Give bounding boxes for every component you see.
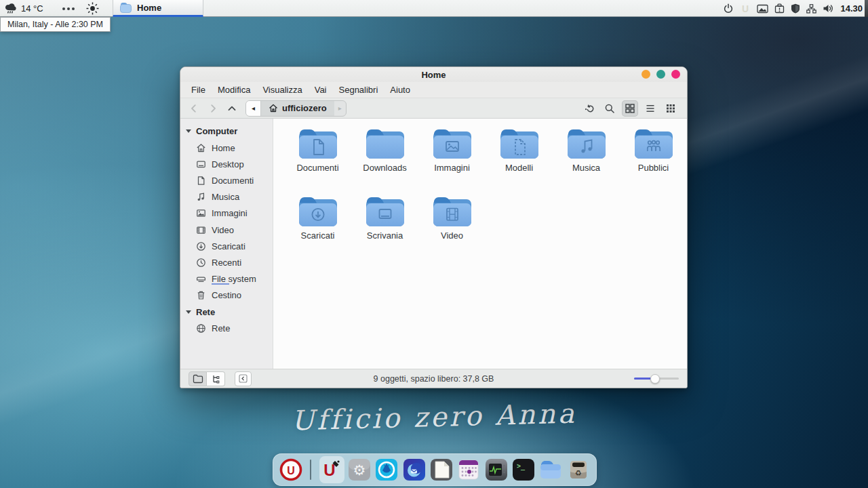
folder-item-pubblici[interactable]: Pubblici: [620, 128, 687, 173]
breadcrumb-home-segment[interactable]: ufficiozero: [261, 101, 334, 116]
show-desktop-button[interactable]: [865, 0, 868, 17]
taskbar-item-home[interactable]: Home: [113, 0, 203, 17]
shield-icon[interactable]: [791, 3, 800, 14]
toolbar: ◂ ufficiozero ▸: [180, 98, 687, 119]
power-icon[interactable]: [723, 3, 734, 14]
svg-text:U: U: [742, 3, 749, 14]
menubar: File Modifica Visualizza Vai Segnalibri …: [180, 82, 687, 98]
menu-go[interactable]: Vai: [309, 85, 333, 95]
folder-name: Documenti: [296, 163, 338, 173]
window-controls: [642, 70, 680, 79]
sidebar-item-recent[interactable]: Recenti: [180, 254, 273, 270]
sidebar-item-pictures[interactable]: Immagini: [180, 205, 273, 222]
sidebar-section-network[interactable]: Rete: [180, 304, 273, 321]
folder-item-modelli[interactable]: Modelli: [486, 128, 553, 173]
back-button[interactable]: [189, 103, 199, 114]
folder-document-icon: [298, 128, 338, 159]
weather-temp: 14 °C: [21, 3, 43, 14]
sidebar-item-label: Immagini: [212, 208, 248, 218]
zoom-slider[interactable]: [634, 374, 679, 384]
sidebar-item-label: Video: [212, 225, 234, 235]
folder-image-icon: [433, 128, 472, 159]
sidebar-item-desktop[interactable]: Desktop: [180, 156, 273, 172]
storm-cloud-icon: [5, 3, 18, 14]
forward-button[interactable]: [208, 103, 218, 114]
folder-item-downloads[interactable]: Downloads: [351, 128, 418, 173]
sidebar-item-label: Recenti: [212, 258, 241, 268]
folder-name: Video: [441, 230, 463, 241]
volume-icon[interactable]: [823, 3, 834, 14]
menu-bookmarks[interactable]: Segnalibri: [333, 85, 384, 95]
clock[interactable]: 14.30: [840, 3, 863, 14]
sidebar-item-label: Scaricati: [212, 241, 245, 251]
menu-help[interactable]: Aiuto: [384, 85, 416, 95]
uzl-office-icon[interactable]: U: [319, 456, 344, 483]
status-text: 9 oggetti, spazio libero: 37,8 GB: [180, 374, 687, 384]
zoom-slider-handle[interactable]: [650, 374, 660, 384]
calendar-icon[interactable]: [456, 456, 481, 483]
ufficiozero-tray-icon[interactable]: U: [740, 3, 751, 14]
menu-view[interactable]: Visualizza: [256, 85, 308, 95]
folder-item-video[interactable]: Video: [418, 196, 486, 241]
sidebar-item-home[interactable]: Home: [180, 140, 273, 156]
folder-item-musica[interactable]: Musica: [553, 128, 620, 173]
folder-item-scrivania[interactable]: Scrivania: [351, 196, 418, 241]
reload-button[interactable]: [581, 100, 597, 117]
image-icon: [196, 208, 206, 218]
compact-view-button[interactable]: [663, 100, 679, 117]
wallpaper-watermark: Ufficio zero Anna: [0, 390, 868, 443]
document-icon: [196, 176, 206, 186]
text-document-icon[interactable]: [429, 456, 454, 483]
sidebar-item-trash[interactable]: Cestino: [180, 287, 273, 304]
sidebar-item-music[interactable]: Musica: [180, 189, 273, 205]
sidebar-item-network[interactable]: Rete: [180, 321, 273, 337]
terminal-icon[interactable]: >_: [511, 456, 536, 483]
film-icon: [196, 225, 206, 235]
weather-tooltip-text: Milan, Italy - Alle 2:30 PM: [7, 20, 103, 29]
folder-item-scaricati[interactable]: Scaricati: [284, 196, 351, 241]
thunderbird-icon[interactable]: [401, 456, 426, 483]
folder-name: Downloads: [363, 163, 406, 173]
librewolf-icon[interactable]: [374, 456, 399, 483]
maximize-button[interactable]: [656, 70, 665, 79]
sidebar-item-label: Documenti: [212, 176, 254, 186]
breadcrumb-forward[interactable]: ▸: [334, 101, 346, 116]
icon-view-button[interactable]: [622, 100, 638, 117]
sidebar-item-label: Rete: [212, 323, 230, 333]
window-title: Home: [421, 70, 446, 80]
files-folder-icon[interactable]: [538, 456, 563, 483]
sidebar-item-documents[interactable]: Documenti: [180, 172, 273, 188]
weather-tooltip: Milan, Italy - Alle 2:30 PM: [0, 17, 111, 32]
close-button[interactable]: [671, 70, 680, 79]
panel-overflow-button[interactable]: [62, 0, 75, 17]
file-manager-window: Home File Modifica Visualizza Vai Segnal…: [180, 66, 688, 388]
screenshot-icon[interactable]: [757, 4, 768, 14]
trash-bin-icon[interactable]: ♻: [566, 456, 591, 483]
clipboard-icon[interactable]: [774, 3, 785, 14]
ufficiozero-menu-icon[interactable]: U: [279, 456, 303, 483]
sidebar-section-computer[interactable]: Computer: [180, 123, 273, 140]
sidebar-item-filesystem[interactable]: File system: [180, 271, 273, 287]
menu-edit[interactable]: Modifica: [212, 85, 256, 95]
system-monitor-icon[interactable]: [484, 456, 509, 483]
sidebar-item-downloads[interactable]: Scaricati: [180, 238, 273, 254]
trash-icon: [196, 290, 206, 300]
list-view-button[interactable]: [642, 100, 658, 117]
up-button[interactable]: [226, 103, 237, 114]
menu-file[interactable]: File: [185, 85, 212, 95]
search-button[interactable]: [601, 100, 618, 117]
minimize-button[interactable]: [642, 70, 650, 79]
folder-item-immagini[interactable]: Immagini: [418, 128, 486, 173]
svg-text:>_: >_: [517, 462, 526, 470]
folder-name: Scaricati: [301, 230, 335, 241]
window-titlebar[interactable]: Home: [180, 67, 687, 82]
folder-item-documenti[interactable]: Documenti: [284, 128, 351, 173]
network-icon[interactable]: [806, 4, 816, 14]
svg-text:U: U: [287, 465, 295, 476]
settings-gear-icon[interactable]: ⚙: [347, 456, 372, 483]
breadcrumb-back-button[interactable]: ◂: [246, 101, 261, 116]
weather-widget[interactable]: 14 °C: [5, 0, 43, 17]
brightness-icon[interactable]: [85, 1, 100, 16]
sidebar-item-videos[interactable]: Video: [180, 222, 273, 238]
collapse-triangle-icon: [186, 129, 191, 133]
